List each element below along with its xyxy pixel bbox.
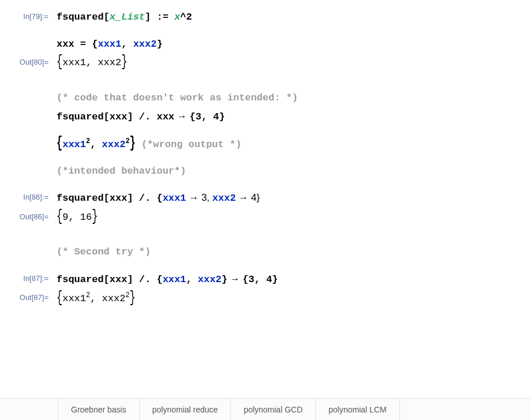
wrong-output-cell: {xxx12, xxx22} (*wrong output *) xyxy=(0,136,531,152)
input-cell-assign: xxx = {xxx1, xxx2} xyxy=(0,36,531,52)
suggestion-poly-lcm[interactable]: polynomial LCM xyxy=(315,399,399,420)
output-line: {xxx12, xxx22} (*wrong output *) xyxy=(57,136,531,152)
suggestion-poly-reduce[interactable]: polynomial reduce xyxy=(139,399,231,420)
out-label-87: Out[87]= xyxy=(3,290,57,302)
suggestion-poly-gcd[interactable]: polynomial GCD xyxy=(230,399,315,420)
input-cell-87: In[87]:= fsquared[xxx] /. {xxx1, xxx2} →… xyxy=(0,271,531,287)
in-label-79: In[79]:= xyxy=(3,9,57,21)
code-line[interactable]: xxx = {xxx1, xxx2} xyxy=(57,36,531,52)
output-cell-86: Out[86]= {9, 16} xyxy=(0,209,531,225)
code-line[interactable]: fsquared[x_List] := x^2 xyxy=(57,9,531,25)
in-label-86: In[86]:= xyxy=(3,190,57,201)
comment-cell: (* code that doesn't work as intended: *… xyxy=(0,90,531,106)
comment-cell: (*intended behaviour*) xyxy=(0,163,531,179)
output-line: {xxx1, xxx2} xyxy=(57,55,531,70)
comment-text: (* Second try *) xyxy=(57,246,151,257)
suggestion-groebner[interactable]: Groebner basis xyxy=(58,399,139,420)
out-label-86: Out[86]= xyxy=(3,209,57,221)
input-cell-wrong: fsquared[xxx] /. xxx → {3, 4} xyxy=(0,108,531,125)
comment-text: (* code that doesn't work as intended: *… xyxy=(57,92,298,103)
code-line[interactable]: fsquared[xxx] /. xxx → {3, 4} xyxy=(57,108,531,125)
input-cell-79: In[79]:= fsquared[x_List] := x^2 xyxy=(0,9,531,25)
output-line: {xxx12, xxx22} xyxy=(57,290,531,306)
input-cell-86: In[86]:= fsquared[xxx] /. {xxx1 → 3, xxx… xyxy=(0,190,531,206)
suggestion-bar: Groebner basis polynomial reduce polynom… xyxy=(0,398,531,420)
comment-text: (*intended behaviour*) xyxy=(57,166,186,177)
notebook-area: In[79]:= fsquared[x_List] := x^2 xxx = {… xyxy=(0,0,531,306)
code-line[interactable]: fsquared[xxx] /. {xxx1 → 3, xxx2 → 4} xyxy=(57,190,531,206)
output-line: {9, 16} xyxy=(57,209,531,225)
out-label-80: Out[80]= xyxy=(3,55,57,66)
in-label-87: In[87]:= xyxy=(3,271,57,283)
comment-cell: (* Second try *) xyxy=(0,244,531,260)
output-cell-80: Out[80]= {xxx1, xxx2} xyxy=(0,55,531,70)
output-cell-87: Out[87]= {xxx12, xxx22} xyxy=(0,290,531,306)
code-line[interactable]: fsquared[xxx] /. {xxx1, xxx2} → {3, 4} xyxy=(57,271,531,287)
